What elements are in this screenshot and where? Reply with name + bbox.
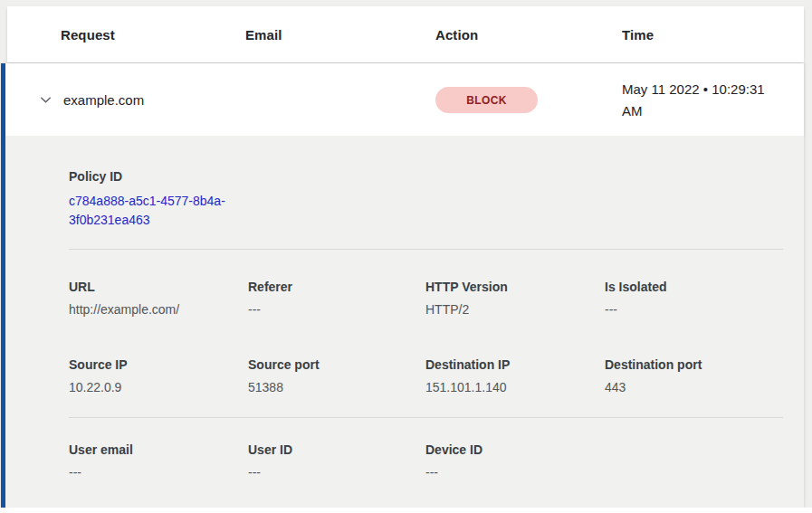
field-value: 443	[605, 380, 804, 394]
expanded-log-row: example.com BLOCK May 11 2022 • 10:29:31…	[1, 63, 804, 508]
section-divider	[69, 417, 783, 418]
detail-field: Source IP 10.22.0.9	[69, 357, 248, 394]
chevron-down-icon[interactable]	[38, 92, 53, 108]
field-value: ---	[69, 465, 248, 480]
field-label: URL	[69, 280, 248, 294]
row-timestamp: May 11 2022 • 10:29:31 AM	[622, 79, 787, 122]
field-label: Device ID	[425, 442, 605, 457]
field-label: Referer	[248, 280, 425, 294]
field-value: ---	[248, 302, 425, 317]
policy-id-label: Policy ID	[69, 136, 804, 184]
field-value: HTTP/2	[425, 302, 605, 317]
detail-field: HTTP Version HTTP/2	[425, 280, 605, 317]
detail-field: Referer ---	[248, 280, 425, 317]
detail-field	[605, 442, 804, 480]
action-status-badge: BLOCK	[435, 87, 538, 113]
field-value: 51388	[248, 380, 425, 394]
field-label: HTTP Version	[425, 280, 605, 294]
column-header-email: Email	[245, 27, 282, 43]
next-row-edge	[0, 508, 812, 513]
table-header: Request Email Action Time	[7, 6, 804, 62]
detail-row-http: URL http://example.com/ Referer --- HTTP…	[69, 280, 804, 317]
detail-field: Is Isolated ---	[605, 280, 804, 317]
field-label: User email	[69, 442, 248, 457]
detail-field: Destination port 443	[605, 357, 804, 394]
policy-id-link[interactable]: c784a888-a5c1-4577-8b4a-3f0b231ea463	[69, 192, 248, 230]
field-value: ---	[248, 465, 425, 480]
field-value: ---	[605, 302, 804, 317]
field-label: Source IP	[69, 357, 248, 372]
request-domain: example.com	[63, 92, 144, 108]
row-details-panel: Policy ID c784a888-a5c1-4577-8b4a-3f0b23…	[5, 136, 804, 480]
field-value: ---	[425, 465, 605, 480]
field-value: 151.101.1.140	[425, 380, 605, 394]
column-header-request: Request	[61, 27, 115, 43]
field-label: Is Isolated	[605, 280, 804, 294]
detail-field: Device ID ---	[425, 442, 605, 480]
detail-row-network: Source IP 10.22.0.9 Source port 51388 De…	[69, 357, 804, 394]
section-divider	[69, 249, 783, 250]
field-label: Destination port	[605, 357, 804, 372]
table-row[interactable]: example.com BLOCK May 11 2022 • 10:29:31…	[5, 63, 804, 136]
column-header-action: Action	[435, 27, 478, 43]
field-label: Source port	[248, 357, 425, 372]
detail-field: User ID ---	[248, 442, 425, 480]
activity-log-page: Request Email Action Time example.com BL…	[0, 0, 812, 513]
column-header-time: Time	[622, 27, 654, 43]
field-value: 10.22.0.9	[69, 380, 248, 394]
detail-field: User email ---	[69, 442, 248, 480]
detail-field: Source port 51388	[248, 357, 425, 394]
field-label: Destination IP	[425, 357, 605, 372]
detail-row-user: User email --- User ID --- Device ID ---	[69, 442, 804, 480]
field-value: http://example.com/	[69, 302, 248, 317]
detail-field: Destination IP 151.101.1.140	[425, 357, 605, 394]
detail-field: URL http://example.com/	[69, 280, 248, 317]
field-label: User ID	[248, 442, 425, 457]
